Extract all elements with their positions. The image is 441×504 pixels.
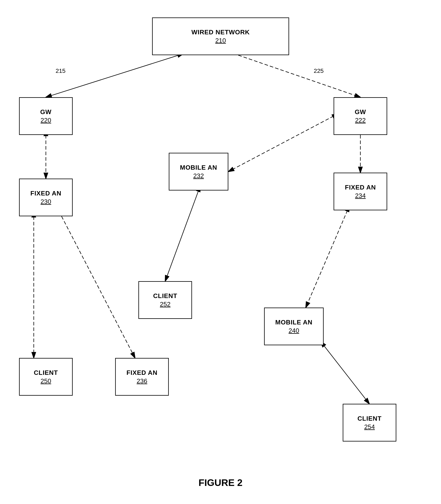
client254-label: CLIENT: [357, 415, 382, 422]
node-client252: CLIENT 252: [138, 281, 192, 319]
fixed-an236-id: 236: [137, 377, 147, 385]
node-mobile-an240: MOBILE AN 240: [264, 307, 324, 345]
label-215: 215: [56, 67, 65, 74]
wired-network-id: 210: [215, 37, 226, 44]
client254-id: 254: [364, 423, 375, 431]
node-gw220: GW 220: [19, 97, 73, 135]
svg-line-6: [228, 116, 333, 172]
mobile-an240-id: 240: [288, 327, 299, 334]
node-fixed-an230: FIXED AN 230: [19, 179, 73, 216]
mobile-an232-id: 232: [193, 172, 204, 180]
label-225: 225: [314, 67, 324, 74]
fixed-an236-label: FIXED AN: [126, 369, 158, 376]
gw222-label: GW: [355, 108, 366, 116]
svg-line-2: [46, 55, 179, 97]
fixed-an234-label: FIXED AN: [345, 184, 376, 191]
client252-label: CLIENT: [153, 292, 177, 300]
node-mobile-an232: MOBILE AN 232: [169, 153, 228, 190]
svg-line-3: [238, 55, 360, 97]
svg-line-9: [62, 216, 135, 358]
svg-line-7: [165, 190, 199, 281]
node-fixed-an234: FIXED AN 234: [333, 173, 387, 210]
svg-line-10: [306, 210, 347, 307]
node-fixed-an236: FIXED AN 236: [115, 358, 169, 396]
figure-caption: FIGURE 2: [0, 477, 441, 488]
node-client254: CLIENT 254: [343, 404, 396, 442]
mobile-an240-label: MOBILE AN: [275, 319, 312, 326]
node-client250: CLIENT 250: [19, 358, 73, 396]
fixed-an234-id: 234: [355, 192, 365, 199]
node-gw222: GW 222: [333, 97, 387, 135]
svg-line-11: [324, 345, 369, 404]
gw222-id: 222: [355, 117, 365, 124]
wired-network-label: WIRED NETWORK: [191, 29, 250, 36]
client252-id: 252: [160, 301, 170, 308]
mobile-an232-label: MOBILE AN: [180, 164, 217, 171]
client250-label: CLIENT: [34, 369, 58, 376]
gw220-label: GW: [40, 108, 51, 116]
gw220-id: 220: [41, 117, 51, 124]
diagram: WIRED NETWORK 210 GW 220 GW 222 MOBILE A…: [0, 0, 441, 504]
node-wired-network: WIRED NETWORK 210: [152, 17, 289, 55]
fixed-an230-id: 230: [41, 198, 51, 205]
client250-id: 250: [41, 377, 51, 385]
fixed-an230-label: FIXED AN: [30, 190, 61, 197]
